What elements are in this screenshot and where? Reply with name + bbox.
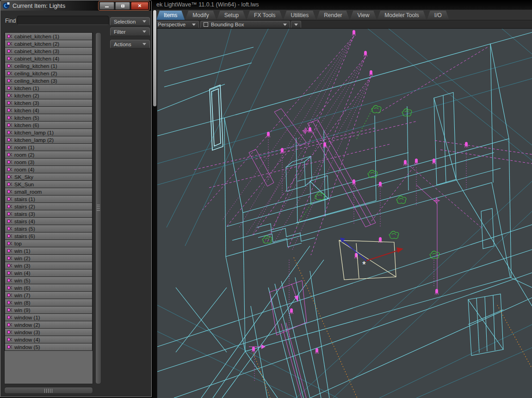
light-list-item[interactable]: window (3) [5, 328, 93, 336]
light-list-item[interactable]: room (3) [5, 158, 93, 166]
light-list-item[interactable]: kitchen (4) [5, 106, 93, 114]
light-item-label: small_room [14, 189, 42, 195]
list-vertical-scrollbar[interactable] [95, 32, 101, 384]
light-item-label: SK_Sky [14, 174, 33, 180]
light-item-label: cabinet_kitchen (4) [14, 56, 59, 61]
menu-tab-label: View [358, 12, 370, 18]
menu-tab-label: I/O [434, 12, 442, 18]
close-button[interactable]: ✕ [131, 2, 148, 10]
light-list-item[interactable]: stairs (3) [5, 210, 93, 218]
checkbox-icon[interactable] [204, 22, 208, 27]
light-icon [7, 79, 12, 83]
panel-titlebar[interactable]: Current Item: Lights ✕ [0, 0, 151, 11]
light-list-item[interactable]: win (7) [5, 291, 93, 299]
light-list-item[interactable]: win (8) [5, 299, 93, 306]
viewport-options-dropdown[interactable] [291, 21, 301, 28]
scrollbar-grip-icon [97, 205, 100, 212]
scrollbar-thumb[interactable] [4, 387, 93, 394]
light-list-item[interactable]: cabinet_kitchen (4) [5, 55, 93, 62]
light-list-item[interactable]: small_room [5, 188, 93, 196]
light-list-item[interactable]: stairs (5) [5, 225, 93, 233]
light-item-label: cabinet_kitchen (1) [14, 34, 59, 39]
viewport-canvas[interactable]: * [157, 29, 532, 398]
light-list-item[interactable]: room (1) [5, 143, 93, 151]
light-list-item[interactable]: kitchen (3) [5, 99, 93, 107]
main-toolbar-scrollbar[interactable] [153, 10, 157, 398]
chevron-down-icon [192, 24, 196, 26]
restore-button[interactable] [115, 2, 130, 10]
selection-dropdown[interactable]: Selection [110, 17, 150, 26]
viewport-toolbar: Perspective Bounding Box [153, 20, 532, 29]
light-list-item[interactable]: room (2) [5, 151, 93, 159]
menu-tab[interactable]: Modeler Tools [377, 11, 426, 20]
actions-dropdown[interactable]: Actions [110, 40, 150, 49]
light-list-item[interactable]: stairs (1) [5, 195, 93, 203]
light-list-item[interactable]: window (1) [5, 313, 93, 321]
light-item-label: kitchen (1) [14, 86, 39, 91]
light-list-item[interactable]: win (3) [5, 262, 93, 269]
list-horizontal-scrollbar[interactable] [4, 387, 93, 394]
light-icon [7, 138, 12, 142]
light-list-item[interactable]: kitchen (5) [5, 114, 93, 122]
light-list-item[interactable]: kitchen_lamp (1) [5, 129, 93, 136]
menu-tab[interactable]: Utilities [284, 11, 316, 20]
actions-dropdown-label: Actions [114, 42, 131, 47]
scrollbar-grip-icon [44, 389, 53, 393]
light-icon [7, 175, 12, 179]
light-icon [7, 308, 12, 312]
light-list-item[interactable]: win (5) [5, 276, 93, 284]
light-list-item[interactable]: kitchen (6) [5, 121, 93, 129]
light-item-label: window (1) [14, 315, 40, 320]
light-list-item[interactable]: kitchen (1) [5, 84, 93, 92]
light-list-item[interactable]: win (4) [5, 269, 93, 277]
light-list-item[interactable]: SK_Sky [5, 173, 93, 181]
light-item-label: kitchen (4) [14, 108, 39, 113]
light-list-item[interactable]: stairs (2) [5, 202, 93, 210]
light-item-label: cabinet_kitchen (3) [14, 49, 59, 54]
light-icon [7, 219, 12, 223]
light-list-item[interactable]: room (4) [5, 165, 93, 173]
light-list-item[interactable]: kitchen (2) [5, 92, 93, 99]
menu-tab[interactable]: Setup [217, 11, 246, 20]
light-list-item[interactable]: kitchen_lamp (2) [5, 136, 93, 144]
light-list-item[interactable]: top [5, 239, 93, 247]
menu-tab[interactable]: I/O [427, 11, 449, 20]
light-list-item[interactable]: win (6) [5, 284, 93, 292]
viewport-3d[interactable]: * [157, 29, 532, 398]
light-list-item[interactable]: win (2) [5, 254, 93, 262]
scrollbar-thumb[interactable] [153, 10, 156, 106]
light-list-item[interactable]: ceiling_kitchen (3) [5, 77, 93, 85]
light-list-item[interactable]: window (2) [5, 321, 93, 329]
light-list-item[interactable]: SK_Sun [5, 180, 93, 188]
light-icon [7, 263, 12, 268]
menu-tab[interactable]: Render [316, 11, 349, 20]
light-icon [7, 278, 12, 282]
light-list-item[interactable]: stairs (6) [5, 232, 93, 240]
menu-tab[interactable]: FX Tools [247, 11, 283, 20]
menu-tab[interactable]: Modify [185, 11, 216, 20]
light-list-item[interactable]: ceiling_kitchen (1) [5, 62, 93, 70]
light-list-item[interactable]: window (4) [5, 336, 93, 343]
menu-tab[interactable]: View [350, 11, 377, 20]
filter-dropdown[interactable]: Filter [110, 27, 150, 36]
light-list-item[interactable]: cabinet_kitchen (2) [5, 40, 93, 48]
scrollbar-thumb[interactable] [95, 32, 101, 384]
minimize-button[interactable] [99, 2, 114, 10]
light-item-label: kitchen_lamp (2) [14, 137, 54, 143]
light-list-item[interactable]: stairs (4) [5, 217, 93, 225]
light-list-item[interactable]: win (1) [5, 247, 93, 255]
light-list-item[interactable]: cabinet_kitchen (1) [5, 32, 93, 40]
light-item-label: win (6) [14, 285, 31, 291]
light-list-item[interactable]: win (9) [5, 306, 93, 314]
display-mode-dropdown[interactable]: Bounding Box [200, 21, 290, 28]
view-mode-dropdown[interactable]: Perspective [155, 21, 199, 28]
light-list-item[interactable]: cabinet_kitchen (3) [5, 47, 93, 55]
light-item-label: stairs (1) [14, 196, 35, 202]
light-list-item[interactable]: ceiling_kitchen (2) [5, 69, 93, 77]
find-input[interactable] [17, 16, 109, 25]
minimize-icon [105, 6, 109, 7]
menu-tab[interactable]: Items [156, 11, 185, 20]
viewport-background [157, 29, 532, 398]
light-item-label: kitchen (2) [14, 93, 39, 98]
light-list-item[interactable]: window (5) [5, 343, 93, 351]
